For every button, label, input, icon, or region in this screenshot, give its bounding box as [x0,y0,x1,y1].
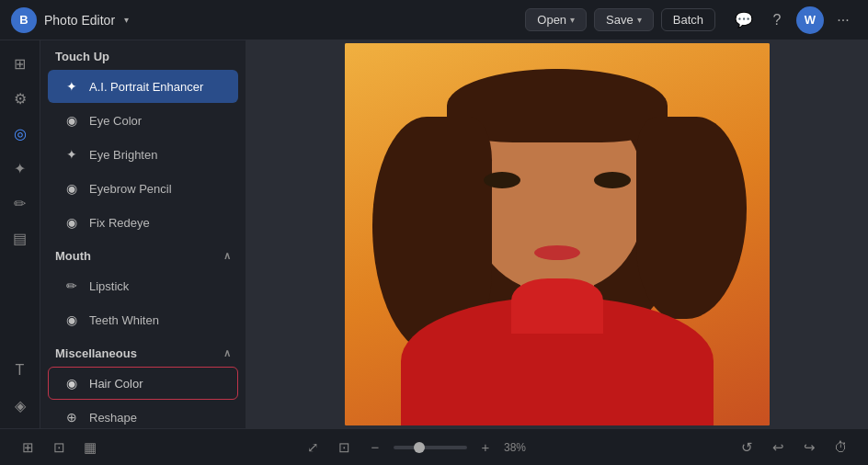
bottom-bar: ⊞ ⊡ ▦ ⤢ ⊡ − + 38% ↺ ↩ ↪ ⏱ [0,428,868,465]
icon-bar: ⊞ ⚙ ◎ ✦ ✏ ▤ T ◈ [0,40,40,428]
menu-item-hair-color[interactable]: ◉ Hair Color [48,367,238,400]
zoom-thumb[interactable] [414,442,425,453]
eye-icon[interactable]: ◎ [5,118,36,149]
menu-item-label: Hair Color [89,377,143,391]
sticker-icon[interactable]: ◈ [5,390,36,421]
app-title: Photo Editor [44,13,115,28]
zoom-percentage: 38% [504,441,537,454]
zoom-fit-icon[interactable]: ⊡ [331,435,357,460]
fix-redeye-icon: ◉ [63,214,80,231]
misc-section-header: Miscellaneous ∧ [40,337,246,366]
grid-bottom-icon[interactable]: ▦ [77,435,103,460]
menu-item-eye-color[interactable]: ◉ Eye Color [48,104,238,137]
undo-icon[interactable]: ↩ [765,435,791,460]
menu-item-label: A.I. Portrait Enhancer [89,80,203,94]
batch-button[interactable]: Batch [661,8,715,31]
mouth-section-header: Mouth ∧ [40,240,246,268]
eyebrow-pencil-icon: ◉ [63,180,80,197]
main-content: ⊞ ⚙ ◎ ✦ ✏ ▤ T ◈ Touch Up ✦ A.I. Portrait… [0,40,868,428]
menu-item-label: Lipstick [89,279,129,293]
brush-tool-icon[interactable]: ✏ [5,187,36,219]
redo-icon[interactable]: ↪ [796,435,822,460]
menu-item-teeth-whiten[interactable]: ◉ Teeth Whiten [48,303,238,336]
history-icon[interactable]: ⏱ [828,435,853,460]
touch-up-title: Touch Up [55,50,109,63]
grid-icon[interactable]: ▤ [5,222,36,254]
top-bar: B Photo Editor ▾ Open ▾ Save ▾ Batch 💬 ?… [0,0,868,40]
menu-item-label: Fix Redeye [89,216,150,230]
fit-screen-icon[interactable]: ⤢ [300,435,326,460]
layers-bottom-icon[interactable]: ⊞ [15,435,40,460]
zoom-plus-button[interactable]: + [473,435,498,460]
misc-collapse-icon[interactable]: ∧ [223,347,231,359]
menu-item-label: Eyebrow Pencil [89,182,172,196]
mouth-collapse-icon[interactable]: ∧ [223,250,231,262]
layers-icon[interactable]: ⊞ [5,48,36,79]
teeth-whiten-icon: ◉ [63,312,80,328]
open-button[interactable]: Open ▾ [525,8,587,31]
menu-item-lipstick[interactable]: ✏ Lipstick [48,269,238,302]
sparkle-icon[interactable]: ✦ [5,153,36,184]
eye-color-icon: ◉ [63,112,80,129]
more-icon[interactable]: ··· [829,6,857,34]
menu-item-label: Eye Color [89,114,142,128]
app-title-chevron[interactable]: ▾ [124,15,129,25]
comment-icon[interactable]: 💬 [730,6,758,34]
hair-color-icon: ◉ [63,375,80,391]
menu-item-label: Reshape [89,411,137,425]
crop-icon[interactable]: ⊡ [46,435,72,460]
menu-item-label: Teeth Whiten [89,313,159,327]
rotate-icon[interactable]: ↺ [734,435,760,460]
touch-up-section-header: Touch Up [40,40,246,69]
user-avatar[interactable]: W [796,6,824,34]
bottom-left-tools: ⊞ ⊡ ▦ [15,435,103,460]
canvas-area[interactable] [246,40,868,428]
menu-item-eyebrow-pencil[interactable]: ◉ Eyebrow Pencil [48,172,238,205]
mouth-title: Mouth [55,249,91,263]
ai-portrait-icon: ✦ [63,78,80,95]
zoom-slider[interactable] [394,446,467,449]
app-logo: B [11,7,37,33]
menu-item-label: Eye Brighten [89,148,157,162]
save-button[interactable]: Save ▾ [594,8,654,31]
adjustments-icon[interactable]: ⚙ [5,83,36,114]
bottom-right-tools: ↺ ↩ ↪ ⏱ [734,435,853,460]
eye-brighten-icon: ✦ [63,146,80,163]
side-panel: Touch Up ✦ A.I. Portrait Enhancer ◉ Eye … [40,40,246,428]
help-icon[interactable]: ? [763,6,791,34]
photo-canvas [345,43,770,425]
zoom-control: ⤢ ⊡ − + 38% [300,435,537,460]
menu-item-fix-redeye[interactable]: ◉ Fix Redeye [48,206,238,239]
lipstick-icon: ✏ [63,278,80,294]
text-icon[interactable]: T [5,355,36,386]
zoom-minus-button[interactable]: − [362,435,388,460]
misc-title: Miscellaneous [55,346,137,360]
reshape-icon: ⊕ [63,409,80,425]
menu-item-ai-portrait[interactable]: ✦ A.I. Portrait Enhancer [48,70,238,103]
menu-item-reshape[interactable]: ⊕ Reshape [48,401,238,428]
topbar-actions: 💬 ? W ··· [730,6,857,34]
menu-item-eye-brighten[interactable]: ✦ Eye Brighten [48,138,238,171]
